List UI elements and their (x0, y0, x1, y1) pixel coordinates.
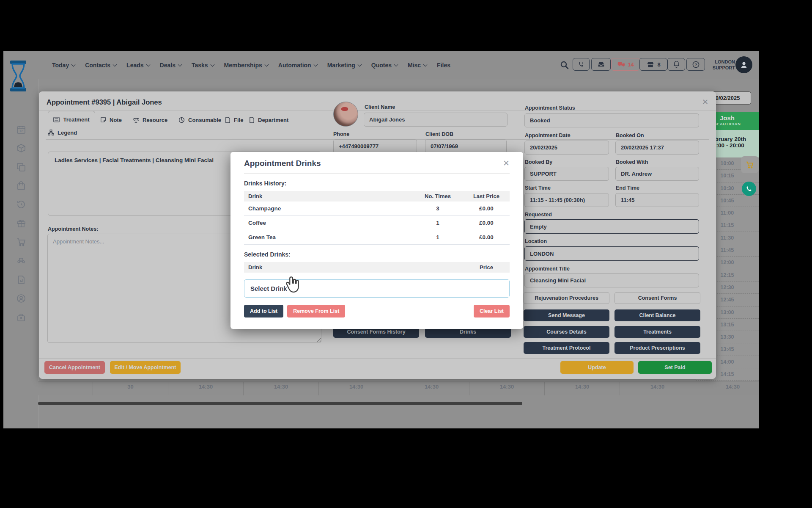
end-time-field[interactable]: 11:45 (615, 193, 699, 207)
tab-resource[interactable]: Resource (133, 113, 167, 127)
calendar-cell[interactable]: 14:30 (319, 382, 394, 395)
requested-field[interactable]: Empty (524, 219, 699, 234)
call-float-button[interactable] (742, 182, 756, 196)
dob-field[interactable]: 07/07/1969 (425, 139, 507, 153)
consent-forms-button[interactable]: Consent Forms (614, 292, 700, 304)
nav-item[interactable]: Contacts (85, 62, 116, 69)
tab-consumable[interactable]: Consumable (178, 113, 221, 127)
status-label: Appointment Status (525, 105, 575, 111)
send-message-button[interactable]: Send Message (524, 309, 609, 321)
rejuvenation-procedures-button[interactable]: Rejuvenation Procedures (524, 292, 609, 304)
divider (39, 110, 716, 110)
tab-note[interactable]: Note (100, 113, 122, 127)
sidebar-history-icon[interactable] (16, 199, 26, 210)
nav-item[interactable]: Automation (278, 62, 317, 69)
client-balance-button[interactable]: Client Balance (614, 309, 700, 321)
nav-item[interactable]: Files (437, 62, 456, 69)
booked-on-field[interactable]: 20/02/2025 17:37 (615, 141, 699, 155)
sidebar-shop-bag-icon[interactable] (16, 181, 26, 191)
user-avatar[interactable] (735, 56, 752, 73)
tab-department[interactable]: Department (249, 113, 288, 127)
calendar-cell[interactable]: 14:30 (695, 382, 759, 395)
courses-details-button[interactable]: Courses Details (524, 326, 609, 338)
sidebar-gift-icon[interactable] (16, 218, 26, 228)
window-close-icon[interactable]: ✕ (702, 97, 708, 107)
calendar-cell[interactable]: 14:30 (469, 382, 545, 395)
calendar-cell[interactable]: 14:30 (168, 382, 244, 395)
table-header: Drink Price (244, 262, 510, 273)
phone-button[interactable] (573, 58, 590, 71)
sidebar-phone-icon[interactable] (16, 256, 26, 266)
nav-item[interactable]: Misc (408, 62, 427, 69)
nav-item[interactable]: Memberships (224, 62, 268, 69)
notifications-button[interactable] (667, 58, 685, 71)
phone-label: Phone (333, 131, 349, 137)
cart-float-button[interactable] (741, 156, 759, 173)
help-button[interactable]: ? (686, 58, 705, 71)
set-paid-button[interactable]: Set Paid (638, 361, 712, 374)
product-prescriptions-button[interactable]: Product Prescriptions (614, 342, 700, 354)
pos-button[interactable]: 8 (639, 58, 667, 71)
booked-by-field[interactable]: SUPPORT (524, 167, 609, 181)
person-icon (739, 60, 749, 69)
update-button[interactable]: Update (560, 361, 634, 374)
date-field[interactable]: 20/02/2025 (524, 141, 609, 155)
nav-item[interactable]: Today (52, 62, 75, 69)
phone-field[interactable]: +447490009777 (333, 139, 417, 153)
modal-close-icon[interactable]: ✕ (503, 158, 510, 168)
client-photo[interactable] (333, 102, 358, 127)
calendar-cell[interactable]: 30 (93, 382, 168, 395)
booked-with-field[interactable]: DR. Andrew (615, 167, 699, 181)
drinks-history-table: Drink No. Times Last Price Champagne 3 £… (244, 191, 510, 245)
client-name-field[interactable]: Abigail Jones (364, 113, 508, 127)
chevron-down-icon (178, 62, 182, 66)
nav-item[interactable]: Quotes (371, 62, 398, 69)
tab-legend[interactable]: Legend (48, 130, 77, 136)
gold-cart-icon (745, 160, 754, 169)
remove-from-list-button[interactable]: Remove From List (287, 305, 345, 318)
calendar-cell[interactable]: 14:30 (620, 382, 695, 395)
sidebar-calendar-icon[interactable]: 12 (16, 124, 26, 135)
status-field[interactable]: Booked (524, 113, 699, 127)
add-to-list-button[interactable]: Add to List (244, 305, 283, 318)
app-root: Today Contacts Leads Deals Tasks Members… (3, 51, 759, 428)
treatment-protocol-button[interactable]: Treatment Protocol (524, 342, 609, 354)
sidebar-package-icon[interactable] (16, 143, 26, 153)
nav-item[interactable]: Tasks (192, 62, 214, 69)
sidebar-copy-icon[interactable] (16, 162, 26, 172)
chat-icon (617, 61, 625, 68)
chat-button[interactable]: 14 (611, 58, 640, 71)
chevron-down-icon (146, 62, 150, 66)
appointment-title-field[interactable]: Cleansing Mini Facial (524, 273, 699, 287)
sidebar-account-icon[interactable] (16, 293, 26, 304)
tab-treatment[interactable]: Treatment (48, 111, 95, 128)
calendar-cell[interactable]: 14:30 (394, 382, 469, 395)
start-time-field[interactable]: 11:15 - 11:45 (00:30h) (524, 193, 609, 207)
app-logo-hourglass-icon[interactable] (9, 61, 27, 91)
calendar-cell[interactable]: 14:30 (545, 382, 620, 395)
treatments-button[interactable]: Treatments (614, 326, 700, 338)
table-body: Champagne 3 £0.00 Coffee 1 £0.00 Green T… (244, 202, 510, 244)
edit-move-appointment-button[interactable]: Edit / Move Appointment (110, 361, 181, 374)
account-name: LONDON SUPPORT (705, 59, 735, 71)
clear-list-button[interactable]: Clear List (474, 305, 510, 318)
sidebar-briefcase-icon[interactable] (16, 312, 26, 323)
treatment-icon (53, 116, 60, 123)
sidebar-report-icon[interactable] (16, 275, 26, 285)
inbox-button[interactable] (591, 58, 611, 71)
calendar-cell[interactable]: 14:30 (244, 382, 319, 395)
select-drink-dropdown[interactable]: Select Drink (244, 279, 510, 298)
calendar-menu-icon[interactable]: ⋮ (757, 94, 759, 97)
nav-item[interactable]: Deals (160, 62, 181, 69)
location-field[interactable]: LONDON (524, 246, 699, 261)
horizontal-scrollbar[interactable] (38, 402, 522, 405)
nav-item[interactable]: Marketing (327, 62, 361, 69)
tab-file[interactable]: File (225, 113, 243, 127)
cancel-appointment-button[interactable]: Cancel Appointment (44, 361, 105, 374)
search-icon[interactable] (560, 61, 569, 70)
scales-icon (133, 117, 139, 123)
booked-on-label: Booked On (616, 133, 644, 138)
nav-item[interactable]: Leads (126, 62, 149, 69)
sidebar-cart-icon[interactable] (16, 237, 26, 247)
resize-handle[interactable] (316, 337, 321, 342)
